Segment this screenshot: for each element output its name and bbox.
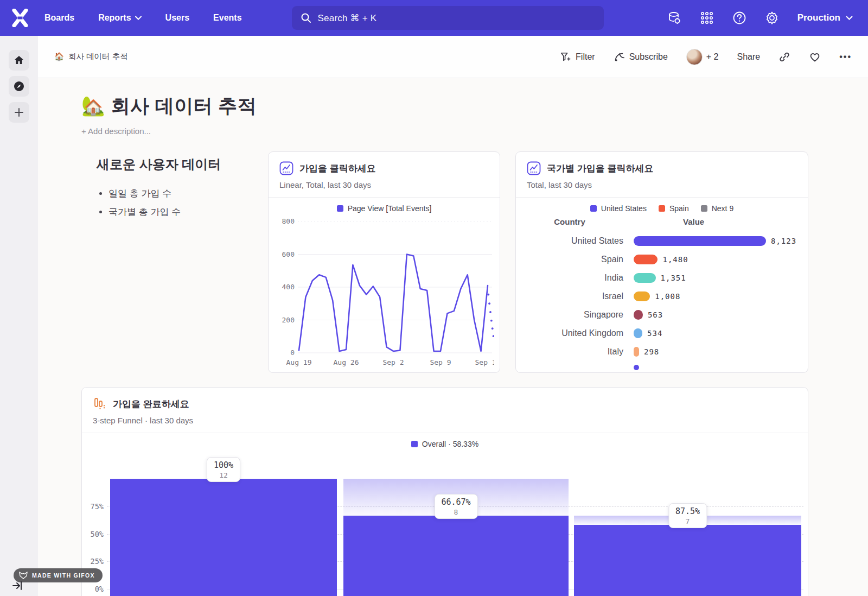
table-row[interactable]: India1,351 [516,269,808,287]
value-bar [634,291,650,301]
legend-swatch [701,205,707,212]
left-sidebar [0,36,38,596]
project-switcher[interactable]: Prouction [797,12,853,23]
settings-gear-icon[interactable] [765,11,779,25]
line-chart-card[interactable]: 가입을 클릭하세요 Linear, Total, last 30 days Pa… [268,151,500,373]
step-conversion-pct: 100% [214,460,233,470]
rss-icon [614,52,624,62]
funnel-chart-plot[interactable]: 75%50%25%0%100%1266.67%887.5%7 [82,388,809,596]
table-row[interactable]: United States8,123 [516,232,808,250]
collaborators-more-count: + 2 [706,52,719,62]
sidebar-home-button[interactable] [9,50,29,71]
funnel-chart-card[interactable]: 가입을 완료하세요 3-step Funnel · last 30 days O… [81,387,808,596]
y-axis-tick: 0 [290,348,295,357]
collapse-sidebar-icon[interactable] [12,581,23,591]
y-axis-tick: 400 [282,283,295,291]
step-count: 7 [675,517,700,525]
insights-chart-icon [527,161,541,175]
nav-items: Boards Reports Users Events [44,13,242,23]
y-axis-tick: 800 [282,217,295,225]
value-label: 534 [647,329,662,338]
text-tile[interactable]: 새로운 사용자 데이터 일일 총 가입 수국가별 총 가입 수 [81,151,260,373]
text-tile-bullets: 일일 총 가입 수국가별 총 가입 수 [108,187,255,218]
step-conversion-pct: 66.67% [441,497,470,507]
board-content: 🏡 회사 데이터 추적 + Add description... 새로운 사용자… [38,78,868,596]
legend-item[interactable]: Spain [659,204,689,213]
chevron-down-icon [846,16,853,20]
legend-swatch [590,205,597,212]
value-bar [634,236,766,246]
incomplete-data-dot [488,302,490,305]
column-header-country: Country [516,217,623,226]
subscribe-button[interactable]: Subscribe [614,52,668,62]
text-tile-heading: 새로운 사용자 데이터 [97,156,255,173]
funnel-step-bar[interactable] [574,525,801,596]
sidebar-create-button[interactable] [9,102,29,123]
y-axis-tick: 50% [83,530,104,538]
collaborators[interactable]: + 2 [686,49,719,65]
add-description-field[interactable]: + Add description... [81,126,868,136]
mixpanel-logo-icon[interactable] [12,9,28,27]
legend-item[interactable]: United States [590,204,647,213]
legend-item[interactable]: Page View [Total Events] [337,204,432,213]
copy-link-icon[interactable] [778,51,790,63]
gifox-badge: MADE WITH GIFOX [14,568,103,582]
top-nav: Boards Reports Users Events Search ⌘ + K [0,0,868,36]
nav-item-label: Events [213,13,241,23]
value-bar [634,273,656,283]
nav-item-events[interactable]: Events [213,13,241,23]
filter-button[interactable]: Filter [560,52,595,62]
legend-label: United States [601,204,647,213]
x-axis-tick: Aug 19 [286,358,312,366]
nav-item-boards[interactable]: Boards [44,13,74,23]
incomplete-data-dot [490,320,493,322]
legend-swatch [659,205,665,212]
table-row[interactable]: Italy298 [516,343,808,361]
value-bar [634,347,639,357]
nav-item-label: Users [165,13,189,23]
funnel-step-bar[interactable] [343,516,569,596]
breadcrumb-title: 회사 데이터 추적 [68,52,128,62]
line-chart-plot[interactable]: 8006004002000Aug 19Aug 26Sep 2Sep 9Sep 1… [275,214,494,369]
value-bar [634,310,643,320]
insights-chart-icon [279,161,293,175]
table-row[interactable]: United Kingdom534 [516,324,808,343]
funnel-step-bar[interactable] [110,479,337,596]
x-axis-tick: Sep 9 [430,358,451,366]
bar-chart-title: 국가별 가입을 클릭하세요 [547,162,653,175]
fox-icon [19,572,28,579]
line-series[interactable] [299,255,488,351]
value-label: 1,480 [662,255,688,264]
column-header-value: Value [683,217,704,226]
help-icon[interactable] [732,11,746,25]
legend-item[interactable]: Next 9 [701,204,733,213]
funnel-step-label: 100%12 [207,457,240,482]
nav-item-reports[interactable]: Reports [98,13,141,23]
bar-chart-card[interactable]: 국가별 가입을 클릭하세요 Total, last 30 days United… [515,151,808,373]
sidebar-explore-button[interactable] [9,76,29,97]
favorite-heart-icon[interactable] [809,51,821,63]
table-row[interactable]: Spain1,480 [516,250,808,269]
y-axis-tick: 25% [83,557,104,566]
nav-item-users[interactable]: Users [165,13,189,23]
data-management-icon[interactable] [667,11,681,25]
more-label: ••• [839,52,852,62]
x-axis-tick: Sep 2 [382,358,404,366]
share-button[interactable]: Share [737,52,760,62]
x-axis-tick: Sep 16 [475,358,494,366]
table-row[interactable]: Singapore563 [516,306,808,324]
table-row[interactable]: Israel1,008 [516,287,808,306]
country-label: United Kingdom [516,328,623,338]
home-icon [14,55,24,66]
search-placeholder: Search ⌘ + K [318,12,377,24]
more-menu-button[interactable]: ••• [839,52,852,62]
country-label: India [516,273,623,283]
funnel-step-label: 66.67%8 [434,494,477,519]
breadcrumb[interactable]: 🏠 회사 데이터 추적 [54,52,128,62]
apps-grid-icon[interactable] [700,11,714,25]
search-input[interactable]: Search ⌘ + K [292,6,604,30]
bar-chart-table: Country Value United States8,123Spain1,4… [516,217,808,370]
nav-item-label: Boards [44,13,74,23]
incomplete-data-dot [489,311,492,313]
table-row-clipped [516,361,808,370]
